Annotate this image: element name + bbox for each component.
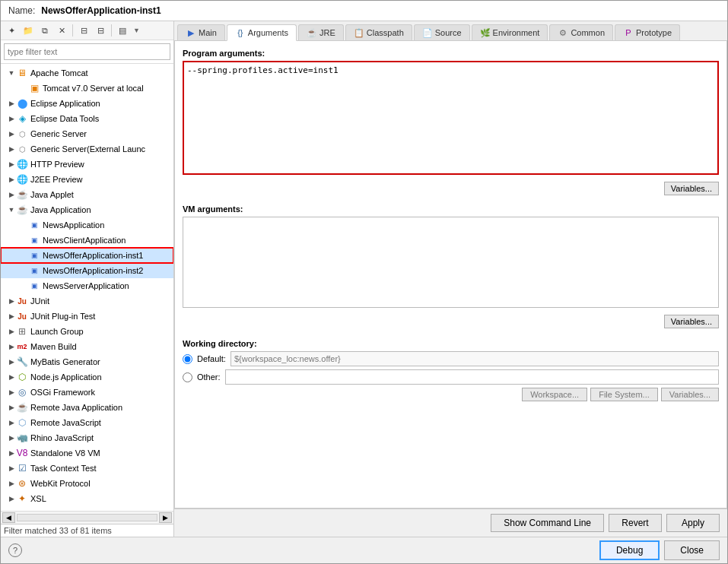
- tree-item-xsl[interactable]: ▶ ✦ XSL: [1, 491, 173, 506]
- program-args-wrap: --spring.profiles.active=inst1: [183, 61, 719, 177]
- tree-item-osgi[interactable]: ▶ ◎ OSGi Framework: [1, 385, 173, 400]
- vm-args-variables-button[interactable]: Variables...: [664, 315, 719, 328]
- other-radio-row: Other:: [183, 369, 719, 385]
- tree-label-news-client: NewsClientApplication: [43, 236, 126, 245]
- tab-jre[interactable]: ☕ JRE: [298, 24, 344, 40]
- debug-button[interactable]: Debug: [599, 540, 660, 560]
- filter-button[interactable]: ⊟: [76, 23, 91, 38]
- tab-arguments[interactable]: {} Arguments: [227, 24, 297, 41]
- other-dir-input[interactable]: [225, 369, 719, 385]
- eclipse-icon: ⬤: [16, 97, 28, 109]
- webkit-icon: ⊛: [16, 477, 28, 490]
- tab-classpath[interactable]: 📋 Classpath: [345, 24, 412, 40]
- tree-item-task[interactable]: ▶ ☑ Task Context Test: [1, 461, 173, 476]
- tree-label-news-offer-inst2: NewsOfferApplication-inst2: [43, 266, 143, 275]
- workspace-button[interactable]: Workspace...: [522, 388, 587, 401]
- tab-source[interactable]: 📄 Source: [414, 24, 470, 40]
- tree-item-standalone[interactable]: ▶ V8 Standalone V8 VM: [1, 445, 173, 461]
- filesystem-button[interactable]: File System...: [590, 388, 658, 401]
- tree-item-http[interactable]: ▶ 🌐 HTTP Preview: [1, 157, 173, 172]
- right-panel: ▶ Main {} Arguments ☕ JRE 📋 Classpath 📄: [174, 21, 727, 537]
- other-radio[interactable]: [183, 372, 192, 382]
- tab-environment[interactable]: 🌿 Environment: [472, 24, 548, 40]
- scroll-right-btn[interactable]: ▶: [159, 512, 172, 523]
- tree-item-news-offer-inst2[interactable]: ▣ NewsOfferApplication-inst2: [1, 263, 173, 278]
- tree-item-nodejs[interactable]: ▶ ⬡ Node.js Application: [1, 369, 173, 385]
- generic-icon: ⬡: [16, 128, 28, 140]
- close-button[interactable]: Close: [664, 540, 720, 560]
- tab-common[interactable]: ⚙ Common: [549, 24, 613, 40]
- scroll-left-btn[interactable]: ◀: [2, 512, 15, 523]
- layout-button[interactable]: ▤: [115, 23, 130, 38]
- config-name: NewsOfferApplication-inst1: [41, 5, 161, 16]
- expand-apache-tomcat[interactable]: ▼: [7, 68, 16, 78]
- remote-js-icon: ⬡: [16, 417, 28, 429]
- show-command-line-button[interactable]: Show Command Line: [491, 514, 604, 532]
- tree-item-news-app[interactable]: ▣ NewsApplication: [1, 217, 173, 233]
- tree-label-osgi: OSGi Framework: [30, 388, 95, 397]
- tree-item-news-server[interactable]: ▣ NewsServerApplication: [1, 278, 173, 293]
- tab-classpath-label: Classpath: [367, 28, 404, 37]
- tree-item-webkit[interactable]: ▶ ⊛ WebKit Protocol: [1, 476, 173, 491]
- tree-label-news-app: NewsApplication: [43, 220, 104, 230]
- tab-main[interactable]: ▶ Main: [177, 24, 225, 40]
- tree-area[interactable]: ▼ 🖥 Apache Tomcat ▣ Tomcat v7.0 Server a…: [1, 64, 173, 511]
- tree-item-generic-server[interactable]: ▶ ⬡ Generic Server: [1, 126, 173, 141]
- tree-item-rhino[interactable]: ▶ 🦏 Rhino JavaScript: [1, 430, 173, 445]
- tree-scrollbar: ◀ ▶: [1, 511, 173, 524]
- generic-ext-icon: ⬡: [16, 143, 28, 155]
- program-args-variables-button[interactable]: Variables...: [664, 182, 719, 195]
- tree-item-apache-tomcat[interactable]: ▼ 🖥 Apache Tomcat: [1, 65, 173, 81]
- tree-item-mybatis[interactable]: ▶ 🔧 MyBatis Generator: [1, 354, 173, 369]
- tree-item-eclipse-app[interactable]: ▶ ⬤ Eclipse Application: [1, 96, 173, 111]
- dir-buttons: Workspace... File System... Variables...: [183, 388, 719, 401]
- news-app-icon: ▣: [28, 219, 40, 231]
- apply-button[interactable]: Apply: [666, 514, 720, 532]
- tree-item-generic-server-ext[interactable]: ▶ ⬡ Generic Server(External Launc: [1, 141, 173, 157]
- tab-arguments-label: Arguments: [248, 28, 288, 37]
- collapse-button[interactable]: ⊟: [93, 23, 108, 38]
- program-args-input[interactable]: --spring.profiles.active=inst1: [183, 61, 719, 175]
- tree-label-standalone: Standalone V8 VM: [30, 448, 100, 458]
- filter-input[interactable]: [4, 43, 170, 60]
- dir-variables-button[interactable]: Variables...: [661, 388, 719, 401]
- tree-label-junit-plugin: JUnit Plug-in Test: [30, 312, 95, 321]
- tree-item-launch-group[interactable]: ▶ ⊞ Launch Group: [1, 324, 173, 339]
- tree-item-remote-java[interactable]: ▶ ☕ Remote Java Application: [1, 400, 173, 415]
- standalone-icon: V8: [16, 447, 28, 459]
- tree-label-task: Task Context Test: [30, 464, 97, 473]
- tab-prototype[interactable]: P Prototype: [615, 24, 680, 40]
- help-button[interactable]: ?: [8, 543, 22, 557]
- toolbar-sep-1: [72, 24, 73, 36]
- tree-item-maven[interactable]: ▶ m2 Maven Build: [1, 339, 173, 354]
- duplicate-button[interactable]: ⧉: [37, 23, 52, 38]
- proto-tab-icon: P: [623, 27, 634, 38]
- classpath-tab-icon: 📋: [354, 27, 364, 38]
- tree-item-news-offer-inst1[interactable]: ▣ NewsOfferApplication-inst1: [1, 248, 173, 263]
- vm-args-input[interactable]: [183, 217, 719, 308]
- tree-item-junit-plugin[interactable]: ▶ Ju JUnit Plug-in Test: [1, 309, 173, 324]
- jre-tab-icon: ☕: [307, 27, 317, 38]
- tree-item-java-applet[interactable]: ▶ ☕ Java Applet: [1, 187, 173, 202]
- new-folder-button[interactable]: 📁: [21, 23, 36, 38]
- default-dir-input[interactable]: [230, 351, 719, 366]
- tree-item-eclipse-data[interactable]: ▶ ◈ Eclipse Data Tools: [1, 111, 173, 126]
- tree-item-junit[interactable]: ▶ Ju JUnit: [1, 293, 173, 309]
- working-dir-label: Working directory:: [183, 339, 719, 348]
- revert-button[interactable]: Revert: [609, 514, 662, 532]
- tree-label-apache-tomcat: Apache Tomcat: [30, 68, 88, 78]
- new-config-button[interactable]: ✦: [4, 23, 19, 38]
- tree-item-j2ee[interactable]: ▶ 🌐 J2EE Preview: [1, 172, 173, 187]
- tree-item-remote-js[interactable]: ▶ ⬡ Remote JavaScript: [1, 415, 173, 430]
- tree-item-news-client[interactable]: ▣ NewsClientApplication: [1, 233, 173, 248]
- news-offer-inst2-icon: ▣: [28, 265, 40, 277]
- tree-item-java-app[interactable]: ▼ ☕ Java Application: [1, 202, 173, 217]
- left-panel: ✦ 📁 ⧉ ✕ ⊟ ⊟ ▤ ▼ ▼ 🖥: [1, 21, 174, 537]
- tree-item-tomcat-v7[interactable]: ▣ Tomcat v7.0 Server at local: [1, 81, 173, 96]
- default-radio[interactable]: [183, 354, 192, 364]
- expand-eclipse-app[interactable]: ▶: [7, 99, 16, 108]
- delete-button[interactable]: ✕: [54, 23, 69, 38]
- common-tab-icon: ⚙: [558, 27, 568, 38]
- tree-label-xsl: XSL: [30, 494, 46, 503]
- tab-environment-label: Environment: [493, 28, 540, 37]
